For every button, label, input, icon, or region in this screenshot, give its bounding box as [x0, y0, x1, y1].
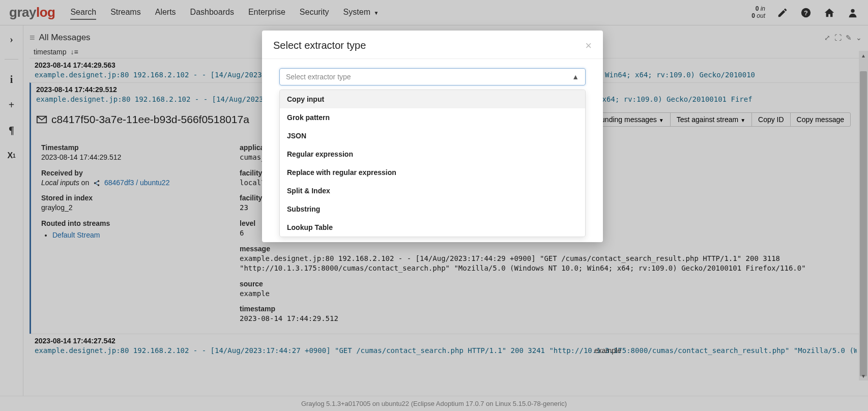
copy-message-button[interactable]: Copy message — [790, 112, 851, 127]
throughput-out-n: 0 — [751, 12, 755, 19]
received-by: Local inputs on 68467df3 / ubuntu22 — [41, 178, 224, 188]
drag-handle-icon[interactable]: ≡ — [30, 33, 35, 42]
expand-icon[interactable]: ⛶ — [834, 34, 842, 42]
field-label: Routed into streams — [41, 219, 224, 228]
edit-icon[interactable]: ✎ — [846, 34, 852, 42]
table-row[interactable]: 2023-08-14 17:44:27.542 example example.… — [30, 334, 862, 358]
caret-down-icon: ▼ — [740, 118, 745, 123]
extractor-option-grok[interactable]: Grok pattern — [280, 108, 585, 127]
nav-security[interactable]: Security — [300, 6, 329, 20]
footer-version: Graylog 5.1.3+a017005 on ubuntu22 (Eclip… — [0, 396, 868, 411]
field-label: message — [240, 244, 852, 254]
scroll-thumb[interactable] — [860, 71, 867, 376]
field-value: 2023-08-14 17:44:29.512 — [41, 153, 224, 162]
extractor-option-replace-regex[interactable]: Replace with regular expression — [280, 163, 585, 182]
panel-actions: ⤢ ⛶ ✎ ⌄ — [824, 34, 862, 42]
user-icon[interactable] — [847, 7, 859, 19]
nav-streams[interactable]: Streams — [110, 6, 141, 20]
throughput-out-l: out — [757, 12, 765, 19]
logo: graylog — [9, 5, 55, 20]
svg-point-2 — [851, 9, 854, 12]
copy-id-button[interactable]: Copy ID — [751, 112, 791, 127]
nav-enterprise[interactable]: Enterprise — [248, 6, 285, 20]
caret-up-icon: ▲ — [572, 73, 579, 81]
vertical-scrollbar[interactable]: ▲ ▼ — [859, 51, 868, 380]
nav-system-label: System — [343, 8, 370, 16]
throughput: 0 in 0 out — [751, 6, 765, 19]
recv-prefix: Local inputs — [41, 179, 79, 187]
field-label: Timestamp — [41, 143, 224, 153]
select-placeholder: Select extractor type — [286, 73, 351, 81]
field-value: 2023-08-14 17:44:29.512 — [240, 314, 852, 324]
recv-on: on — [81, 179, 90, 187]
throughput-in-l: in — [761, 5, 765, 12]
field-value: example.designet.jp:80 192.168.2.102 - -… — [240, 254, 852, 273]
panel-title: All Messages — [39, 33, 91, 43]
test-stream-button[interactable]: Test against stream▼ — [670, 112, 752, 127]
field-label: Received by — [41, 168, 224, 178]
nav-right: 0 in 0 out ? — [751, 6, 859, 19]
pilcrow-icon[interactable]: ¶ — [6, 125, 17, 136]
logo-part2: log — [36, 5, 55, 20]
home-icon[interactable] — [823, 7, 835, 19]
svg-point-3 — [98, 180, 100, 182]
subscript-icon[interactable]: X1 — [6, 150, 17, 161]
field-value: example — [240, 289, 852, 299]
svg-point-4 — [94, 182, 96, 184]
info-icon[interactable]: i — [6, 74, 17, 85]
nav-dashboards[interactable]: Dashboards — [190, 6, 234, 20]
modal-body: Select extractor type ▲ Copy input Grok … — [262, 59, 603, 242]
field-value: graylog_2 — [41, 203, 224, 213]
chevron-down-icon[interactable]: ⌄ — [856, 34, 862, 42]
modal-title: Select extractor type — [273, 40, 366, 51]
field-label: source — [240, 279, 852, 289]
test-stream-label: Test against stream — [677, 115, 738, 124]
extractor-option-copy-input[interactable]: Copy input — [280, 90, 585, 108]
extractor-option-substring[interactable]: Substring — [280, 200, 585, 218]
help-icon[interactable]: ? — [800, 7, 812, 19]
nav-alerts[interactable]: Alerts — [155, 6, 176, 20]
detail-meta: Timestamp 2023-08-14 17:44:29.512 Receiv… — [41, 137, 224, 324]
nav-search[interactable]: Search — [70, 6, 96, 20]
extractor-type-dropdown: Copy input Grok pattern JSON Regular exp… — [279, 90, 586, 237]
field-label: timestamp — [240, 304, 852, 314]
extractor-type-modal: Select extractor type × Select extractor… — [262, 31, 603, 242]
row-message: example.designet.jp:80 192.168.2.102 - -… — [35, 346, 857, 356]
throughput-in-n: 0 — [756, 5, 759, 12]
top-nav: graylog Search Streams Alerts Dashboards… — [0, 0, 868, 25]
extractor-type-select[interactable]: Select extractor type ▲ — [279, 68, 586, 85]
routed-streams-list: Default Stream — [41, 230, 224, 240]
scroll-up-icon[interactable]: ▲ — [859, 51, 868, 60]
row-timestamp: 2023-08-14 17:44:27.542 — [35, 336, 857, 346]
received-by-link[interactable]: 68467df3 / ubuntu22 — [104, 179, 169, 187]
sort-column[interactable]: timestamp — [34, 48, 67, 56]
row-source: example — [594, 346, 621, 356]
sort-desc-icon[interactable]: ↓≡ — [71, 48, 78, 56]
plus-icon[interactable]: + — [6, 99, 17, 110]
envelope-icon — [36, 114, 47, 125]
modal-header: Select extractor type × — [262, 31, 603, 59]
compose-icon[interactable] — [776, 7, 789, 19]
scroll-down-icon[interactable]: ▼ — [859, 371, 868, 380]
message-id-wrap: c8417f50-3a7e-11ee-b93d-566f0518017a — [36, 112, 249, 127]
chevron-right-icon[interactable]: › — [6, 34, 17, 45]
share-icon — [93, 180, 100, 187]
nav-system[interactable]: System ▼ — [343, 6, 379, 20]
left-rail: › i + ¶ X1 — [0, 25, 23, 396]
extractor-option-split-index[interactable]: Split & Index — [280, 182, 585, 200]
compress-icon[interactable]: ⤢ — [824, 34, 830, 42]
nav-links: Search Streams Alerts Dashboards Enterpr… — [70, 6, 379, 20]
logo-part1: gray — [9, 5, 36, 20]
svg-point-5 — [98, 184, 100, 186]
field-label: Stored in index — [41, 193, 224, 203]
panel-title-wrap: ≡ All Messages — [30, 33, 91, 43]
rail-divider — [5, 59, 18, 60]
extractor-option-json[interactable]: JSON — [280, 127, 585, 145]
stream-link[interactable]: Default Stream — [52, 231, 100, 239]
extractor-option-regex[interactable]: Regular expression — [280, 145, 585, 163]
caret-down-icon: ▼ — [659, 118, 664, 123]
caret-down-icon: ▼ — [373, 10, 379, 16]
extractor-option-lookup-table[interactable]: Lookup Table — [280, 218, 585, 237]
svg-text:?: ? — [804, 9, 808, 16]
close-icon[interactable]: × — [585, 40, 592, 51]
